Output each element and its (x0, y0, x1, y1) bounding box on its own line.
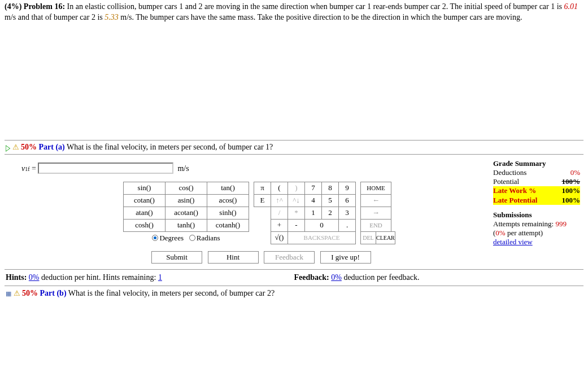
key-6[interactable]: 6 (339, 194, 356, 207)
submit-button[interactable]: Submit (151, 251, 202, 264)
key-left[interactable]: ← (361, 194, 391, 207)
key-dot[interactable]: . (339, 219, 356, 231)
problem-weight: (4%) Problem 16: (5, 2, 65, 11)
fn-cosh[interactable]: cosh() (124, 219, 165, 231)
key-minus[interactable]: - (288, 219, 305, 231)
feedback-button[interactable]: Feedback (264, 251, 315, 264)
key-end[interactable]: END (361, 219, 391, 231)
grade-summary: Grade Summary Deductions0% Potential100%… (487, 158, 583, 267)
key-home[interactable]: HOME (361, 182, 391, 194)
part-a-question: What is the final velocity, in meters pe… (67, 143, 273, 151)
part-a-header: ▷ ⚠ 50% Part (a) What is the final veloc… (5, 141, 583, 154)
key-sqrt[interactable]: √() (271, 231, 288, 244)
function-pad: sin()cos()tan() cotan()asin()acos() atan… (123, 182, 249, 244)
key-3[interactable]: 3 (339, 207, 356, 219)
key-down[interactable]: ^↓ (288, 194, 305, 207)
fn-tanh[interactable]: tanh() (165, 219, 207, 231)
key-2[interactable]: 2 (322, 207, 339, 219)
key-rparen[interactable]: ) (288, 182, 305, 194)
fn-acotan[interactable]: acotan() (165, 207, 207, 219)
fn-sinh[interactable]: sinh() (207, 207, 249, 219)
key-clear[interactable]: CLEAR (376, 231, 395, 244)
part-b-label: Part (b) (40, 289, 67, 297)
key-9[interactable]: 9 (339, 182, 356, 194)
fn-cos[interactable]: cos() (165, 182, 207, 194)
key-right[interactable]: → (361, 207, 391, 219)
answer-row: v1f = m/s (5, 158, 487, 178)
feedback-pct-link[interactable]: 0% (331, 273, 342, 282)
hints-pct-link[interactable]: 0% (29, 273, 40, 282)
warning-icon: ⚠ (12, 143, 19, 151)
key-0[interactable]: 0 (305, 219, 339, 231)
answer-input[interactable] (38, 163, 173, 174)
part-a-label: Part (a) (39, 143, 65, 151)
hints-footer: Hints: 0% deduction per hint. Hints rema… (6, 272, 294, 283)
key-1[interactable]: 1 (305, 207, 322, 219)
hint-button[interactable]: Hint (208, 251, 259, 264)
key-up[interactable]: ↑^ (271, 194, 288, 207)
keypad: π ( ) 7 8 9 E ↑^ ^↓ 4 5 6 (254, 182, 356, 244)
giveup-button[interactable]: I give up! (320, 251, 371, 264)
answer-unit: m/s (177, 164, 189, 173)
part-a-weight: 50% (21, 143, 37, 151)
warning-icon: ⚠ (14, 289, 20, 297)
key-backspace[interactable]: BACKSPACE (288, 231, 356, 244)
fn-acos[interactable]: acos() (207, 194, 249, 207)
hints-remaining-link[interactable]: 1 (158, 273, 162, 282)
part-b-header: ▦ ⚠ 50% Part (b) What is the final veloc… (5, 286, 583, 301)
fn-atan[interactable]: atan() (124, 207, 165, 219)
problem-statement: (4%) Problem 16: In an elastic collision… (5, 2, 583, 23)
fn-cotanh[interactable]: cotanh() (207, 219, 249, 231)
grade-heading: Grade Summary (493, 159, 546, 168)
radians-radio[interactable] (189, 235, 195, 241)
control-pad: HOME ← → END (360, 182, 391, 232)
key-7[interactable]: 7 (305, 182, 322, 194)
key-plus[interactable]: + (271, 219, 288, 231)
key-8[interactable]: 8 (322, 182, 339, 194)
given-v1: 6.01 (564, 2, 578, 11)
key-del[interactable]: DEL (361, 231, 376, 244)
submissions-heading: Submissions (493, 210, 532, 219)
key-div[interactable]: / (271, 207, 288, 219)
part-b-weight: 50% (22, 289, 38, 297)
key-e[interactable]: E (254, 194, 271, 207)
fn-cotan[interactable]: cotan() (124, 194, 165, 207)
fn-asin[interactable]: asin() (165, 194, 207, 207)
fn-tan[interactable]: tan() (207, 182, 249, 194)
detailed-view-link[interactable]: detailed view (493, 238, 533, 246)
key-5[interactable]: 5 (322, 194, 339, 207)
feedback-footer: Feedback: 0% deduction per feedback. (294, 272, 583, 283)
degrees-radio[interactable] (152, 235, 158, 241)
fn-sin[interactable]: sin() (124, 182, 165, 194)
collapse-square-icon[interactable]: ▦ (6, 290, 11, 297)
given-v2: 5.33 (104, 13, 119, 21)
key-pi[interactable]: π (254, 182, 271, 194)
expand-triangle-icon[interactable]: ▷ (6, 143, 10, 153)
part-b-question: What is the final velocity, in meters pe… (68, 289, 275, 297)
figure-spacer (5, 28, 583, 141)
key-lparen[interactable]: ( (271, 182, 288, 194)
key-4[interactable]: 4 (305, 194, 322, 207)
key-mul[interactable]: * (288, 207, 305, 219)
